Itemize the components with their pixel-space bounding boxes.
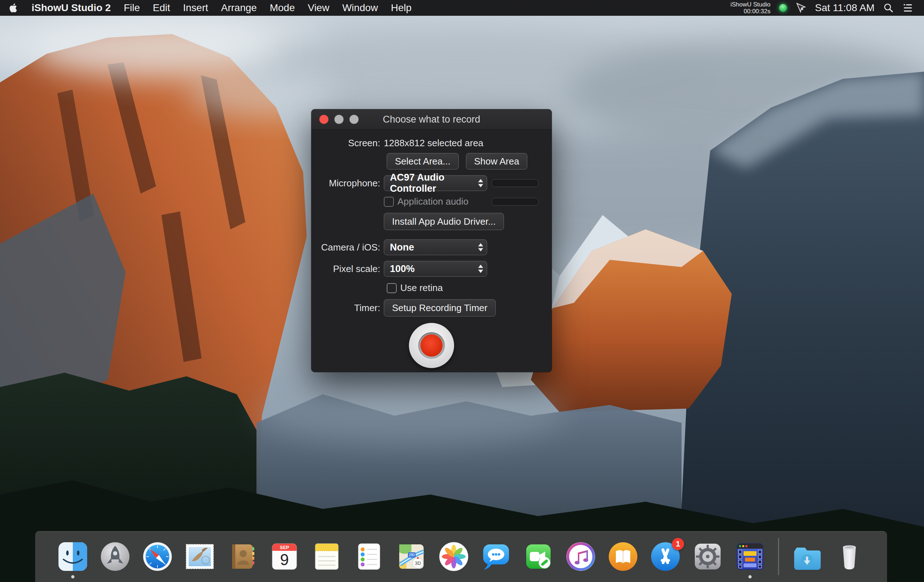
record-row <box>311 323 552 368</box>
minimize-button[interactable] <box>334 115 344 124</box>
camera-select[interactable]: None <box>384 239 487 255</box>
dock-item-maps[interactable]: 280 3D <box>396 541 427 572</box>
dock-item-launchpad[interactable] <box>99 541 131 572</box>
dock-item-photos[interactable] <box>438 541 470 572</box>
dock-item-facetime[interactable] <box>523 541 554 572</box>
menu-view[interactable]: View <box>308 2 329 14</box>
dock-item-system-preferences[interactable] <box>692 541 723 572</box>
apple-menu[interactable] <box>8 3 19 13</box>
finder-icon <box>57 541 89 572</box>
messages-icon <box>480 541 512 572</box>
recording-status[interactable]: iShowU Studio 00:00:32s <box>730 1 771 15</box>
menu-mode[interactable]: Mode <box>270 2 295 14</box>
screen-row: Screen: 1288x812 selected area <box>311 138 552 149</box>
dock-item-messages[interactable] <box>480 541 512 572</box>
application-audio-row: Application audio <box>311 196 552 207</box>
screen-label: Screen: <box>311 138 380 149</box>
record-button[interactable] <box>409 323 454 368</box>
select-area-button[interactable]: Select Area... <box>387 153 459 169</box>
itunes-icon <box>565 541 597 572</box>
choose-what-to-record-window: Choose what to record Screen: 1288x812 s… <box>311 109 552 372</box>
microphone-level-meter <box>492 179 539 187</box>
spotlight-search-icon[interactable] <box>883 3 894 13</box>
dock-item-contacts[interactable] <box>226 541 258 572</box>
timer-label: Timer: <box>311 303 380 314</box>
dock-item-reminders[interactable] <box>353 541 385 572</box>
dock-item-app-store[interactable]: 1 <box>650 541 681 572</box>
pixel-scale-label: Pixel scale: <box>311 263 380 275</box>
application-audio-label: Application audio <box>398 196 469 207</box>
dock: SEP 9 <box>35 531 887 582</box>
application-audio-level-meter <box>492 198 539 206</box>
menu-bar: iShowU Studio 2 File Edit Insert Arrange… <box>0 0 924 16</box>
menu-app-name[interactable]: iShowU Studio 2 <box>31 2 111 14</box>
running-indicator <box>749 575 752 579</box>
menu-bar-left: iShowU Studio 2 File Edit Insert Arrange… <box>8 2 411 14</box>
screen-capture-cursor-icon[interactable] <box>795 3 806 13</box>
recording-indicator-icon <box>779 4 787 12</box>
menu-help[interactable]: Help <box>391 2 412 14</box>
microphone-label: Microphone: <box>311 178 380 189</box>
setup-recording-timer-button[interactable]: Setup Recording Timer <box>384 299 496 316</box>
application-audio-checkbox[interactable] <box>384 197 394 207</box>
launchpad-icon <box>99 541 131 572</box>
show-area-button[interactable]: Show Area <box>466 153 528 169</box>
app-store-badge: 1 <box>672 538 684 550</box>
use-retina-label: Use retina <box>400 283 443 294</box>
record-button-red-dot <box>421 334 443 357</box>
menu-window[interactable]: Window <box>342 2 378 14</box>
screen-value: 1288x812 selected area <box>384 138 483 149</box>
area-buttons-row: Select Area... Show Area <box>311 153 552 169</box>
camera-value: None <box>390 242 414 253</box>
stepper-icon <box>478 265 483 273</box>
window-content: Screen: 1288x812 selected area Select Ar… <box>311 130 552 368</box>
camera-label: Camera / iOS: <box>311 242 380 253</box>
calendar-icon: SEP 9 <box>269 541 300 572</box>
menu-insert[interactable]: Insert <box>183 2 208 14</box>
dock-item-itunes[interactable] <box>565 541 597 572</box>
dock-item-downloads[interactable] <box>791 541 823 572</box>
stepper-icon <box>478 243 483 252</box>
photos-icon <box>438 541 470 572</box>
dock-separator <box>778 538 779 575</box>
dock-item-calendar[interactable]: SEP 9 <box>269 541 300 572</box>
dock-item-ishowu-studio[interactable] <box>734 541 766 572</box>
pixel-scale-select[interactable]: 100% <box>384 261 487 277</box>
menu-arrange[interactable]: Arrange <box>221 2 257 14</box>
pixel-scale-value: 100% <box>390 263 415 275</box>
use-retina-row: Use retina <box>311 283 552 294</box>
window-title: Choose what to record <box>383 114 480 125</box>
traffic-lights <box>319 109 359 129</box>
menu-edit[interactable]: Edit <box>153 2 170 14</box>
zoom-button[interactable] <box>349 115 359 124</box>
desktop: iShowU Studio 2 File Edit Insert Arrange… <box>0 0 924 582</box>
notification-center-icon[interactable] <box>903 3 913 13</box>
dock-item-ibooks[interactable] <box>607 541 639 572</box>
microphone-select[interactable]: AC97 Audio Controller <box>384 175 487 191</box>
menu-clock[interactable]: Sat 11:08 AM <box>815 2 874 14</box>
stepper-icon <box>478 179 483 187</box>
microphone-value: AC97 Audio Controller <box>390 172 487 194</box>
close-button[interactable] <box>319 115 328 124</box>
dock-item-finder[interactable] <box>57 541 89 572</box>
window-titlebar: Choose what to record <box>311 109 552 130</box>
recording-status-app: iShowU Studio <box>730 1 771 8</box>
contacts-icon <box>226 541 258 572</box>
microphone-row: Microphone: AC97 Audio Controller <box>311 175 552 191</box>
dock-item-safari[interactable] <box>142 541 173 572</box>
record-button-ring <box>418 332 445 359</box>
apple-logo-icon <box>8 3 19 13</box>
notes-icon <box>311 541 343 572</box>
install-driver-row: Install App Audio Driver... <box>311 213 552 230</box>
dock-item-mail[interactable] <box>184 541 216 572</box>
dock-item-notes[interactable] <box>311 541 343 572</box>
pixel-scale-row: Pixel scale: 100% <box>311 261 552 277</box>
install-app-audio-driver-button[interactable]: Install App Audio Driver... <box>384 213 504 230</box>
menu-file[interactable]: File <box>124 2 140 14</box>
camera-row: Camera / iOS: None <box>311 239 552 255</box>
trash-icon <box>833 541 865 572</box>
use-retina-checkbox[interactable] <box>387 283 397 293</box>
dock-item-trash[interactable] <box>833 541 865 572</box>
recording-status-timer: 00:00:32s <box>730 8 771 15</box>
downloads-folder-icon <box>791 541 823 572</box>
